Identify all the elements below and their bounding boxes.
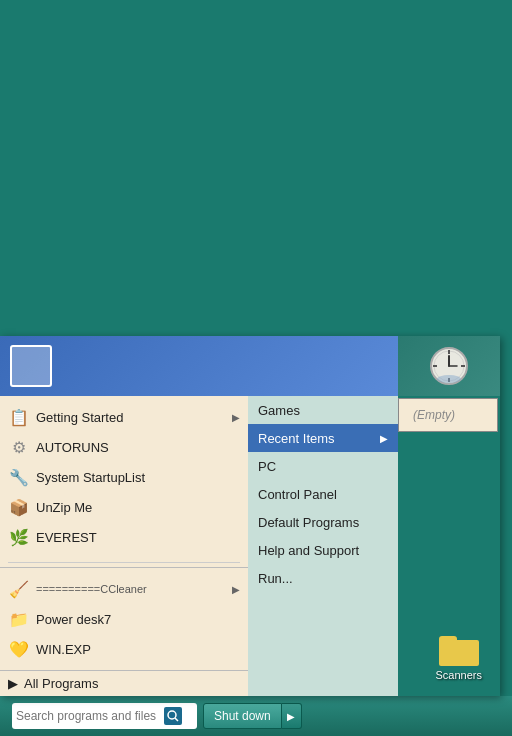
menu-item-label: AUTORUNS bbox=[36, 440, 240, 455]
menu-item-label: EVEREST bbox=[36, 530, 240, 545]
shutdown-arrow-icon: ▶ bbox=[287, 711, 295, 722]
empty-label: (Empty) bbox=[413, 408, 455, 422]
getting-started-icon: 📋 bbox=[8, 406, 30, 428]
powerdesk-icon: 📁 bbox=[8, 608, 30, 630]
svg-point-8 bbox=[437, 375, 461, 383]
pc-label: PC bbox=[258, 459, 276, 474]
menu-divider bbox=[8, 562, 240, 563]
recent-items-label: Recent Items bbox=[258, 431, 335, 446]
right-menu-item-recent-items[interactable]: Recent Items ▶ bbox=[248, 424, 398, 452]
autoruns-icon: ⚙ bbox=[8, 436, 30, 458]
right-menu-item-help-support[interactable]: Help and Support bbox=[248, 536, 398, 564]
search-button[interactable] bbox=[164, 707, 182, 725]
games-label: Games bbox=[258, 403, 300, 418]
submenu-item-empty: (Empty) bbox=[399, 403, 497, 427]
recent-items-submenu: (Empty) bbox=[398, 398, 498, 432]
menu-item-label: WIN.EXP bbox=[36, 642, 240, 657]
right-menu-item-control-panel[interactable]: Control Panel bbox=[248, 480, 398, 508]
svg-line-10 bbox=[175, 718, 178, 721]
menu-item-ccleaner[interactable]: 🧹 ==========CCleaner ▶ bbox=[0, 574, 248, 604]
svg-point-9 bbox=[168, 711, 176, 719]
winexp-icon: 💛 bbox=[8, 638, 30, 660]
taskbar: Shut down ▶ bbox=[0, 696, 512, 736]
menu-header-right bbox=[398, 336, 500, 396]
shutdown-label: Shut down bbox=[214, 709, 271, 723]
menu-left-top: 📋 Getting Started ▶ ⚙ AUTORUNS 🔧 System … bbox=[0, 396, 248, 558]
ccleaner-icon: 🧹 bbox=[8, 578, 30, 600]
menu-item-autoruns[interactable]: ⚙ AUTORUNS bbox=[0, 432, 248, 462]
menu-item-system-startuplist[interactable]: 🔧 System StartupList bbox=[0, 462, 248, 492]
menu-right: Games Recent Items ▶ PC Control Panel De… bbox=[248, 396, 398, 696]
right-menu-item-games[interactable]: Games bbox=[248, 396, 398, 424]
menu-panels: 📋 Getting Started ▶ ⚙ AUTORUNS 🔧 System … bbox=[0, 396, 500, 696]
default-programs-label: Default Programs bbox=[258, 515, 359, 530]
menu-item-getting-started[interactable]: 📋 Getting Started ▶ bbox=[0, 402, 248, 432]
menu-item-everest[interactable]: 🌿 EVEREST bbox=[0, 522, 248, 552]
menu-left: 📋 Getting Started ▶ ⚙ AUTORUNS 🔧 System … bbox=[0, 396, 248, 696]
control-panel-label: Control Panel bbox=[258, 487, 337, 502]
recent-items-arrow-icon: ▶ bbox=[380, 433, 388, 444]
menu-item-unzip-me[interactable]: 📦 UnZip Me bbox=[0, 492, 248, 522]
all-programs-arrow-icon: ▶ bbox=[8, 676, 18, 691]
all-programs-label: All Programs bbox=[24, 676, 98, 691]
help-support-label: Help and Support bbox=[258, 543, 359, 558]
unzip-icon: 📦 bbox=[8, 496, 30, 518]
menu-item-label: Power desk7 bbox=[36, 612, 240, 627]
search-input[interactable] bbox=[16, 709, 164, 723]
menu-footer-divider: ▶ All Programs bbox=[0, 670, 248, 696]
right-menu-item-run[interactable]: Run... bbox=[248, 564, 398, 592]
right-menu-item-pc[interactable]: PC bbox=[248, 452, 398, 480]
menu-item-winexp[interactable]: 💛 WIN.EXP bbox=[0, 634, 248, 664]
menu-item-label: Getting Started bbox=[36, 410, 226, 425]
menu-header bbox=[0, 336, 398, 396]
menu-item-label: ==========CCleaner bbox=[36, 583, 226, 595]
everest-icon: 🌿 bbox=[8, 526, 30, 548]
right-menu-item-default-programs[interactable]: Default Programs bbox=[248, 508, 398, 536]
shutdown-arrow-button[interactable]: ▶ bbox=[282, 703, 302, 729]
run-label: Run... bbox=[258, 571, 293, 586]
menu-item-label: System StartupList bbox=[36, 470, 240, 485]
startup-icon: 🔧 bbox=[8, 466, 30, 488]
menu-item-powerdesk[interactable]: 📁 Power desk7 bbox=[0, 604, 248, 634]
menu-left-bottom: 🧹 ==========CCleaner ▶ 📁 Power desk7 💛 W… bbox=[0, 567, 248, 670]
arrow-icon: ▶ bbox=[232, 412, 240, 423]
all-programs-button[interactable]: ▶ All Programs bbox=[0, 671, 248, 696]
taskbar-search-box[interactable] bbox=[12, 703, 197, 729]
clock-icon bbox=[427, 344, 471, 388]
user-avatar bbox=[10, 345, 52, 387]
arrow-icon: ▶ bbox=[232, 584, 240, 595]
start-menu: 📋 Getting Started ▶ ⚙ AUTORUNS 🔧 System … bbox=[0, 336, 500, 696]
search-icon bbox=[167, 710, 179, 722]
shutdown-button[interactable]: Shut down bbox=[203, 703, 282, 729]
menu-item-label: UnZip Me bbox=[36, 500, 240, 515]
